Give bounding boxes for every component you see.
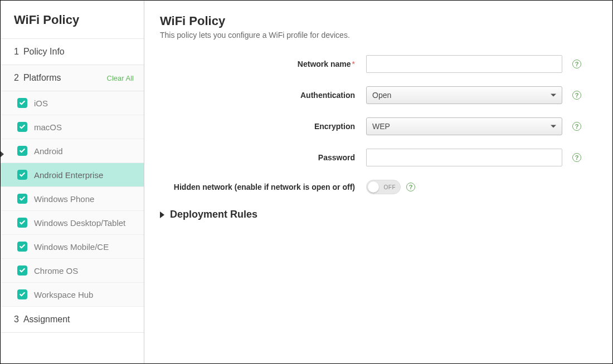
platform-label: Chrome OS <box>34 266 78 276</box>
checkbox-checked-icon[interactable] <box>17 170 27 180</box>
checkbox-checked-icon[interactable] <box>17 98 27 108</box>
platform-label: Windows Desktop/Tablet <box>34 218 125 228</box>
label-hidden-network: Hidden network (enable if network is ope… <box>160 183 366 191</box>
page-title: WiFi Policy <box>160 14 597 28</box>
form-row-authentication: Authentication Open ? <box>160 86 597 104</box>
platform-label: Windows Mobile/CE <box>34 242 109 252</box>
select-value: Open <box>372 91 391 100</box>
checkbox-checked-icon[interactable] <box>17 194 27 204</box>
platform-label: Windows Phone <box>34 194 94 204</box>
toggle-knob-icon <box>368 181 379 193</box>
platform-item-android-enterprise[interactable]: Android Enterprise <box>1 163 144 187</box>
step-number: 3 <box>14 314 19 324</box>
main-content: WiFi Policy This policy lets you configu… <box>144 1 612 363</box>
required-asterisk-icon: * <box>352 60 355 68</box>
label-password: Password <box>160 153 366 162</box>
authentication-select[interactable]: Open <box>366 86 562 104</box>
label-authentication: Authentication <box>160 91 366 100</box>
checkbox-checked-icon[interactable] <box>17 122 27 132</box>
toggle-state-label: OFF <box>384 184 396 190</box>
sidebar-scroll-area[interactable]: 1 Policy Info 2 Platforms Clear All iOS … <box>1 39 144 363</box>
platform-item-ios[interactable]: iOS <box>1 91 144 115</box>
platform-item-workspace-hub[interactable]: Workspace Hub <box>1 283 144 307</box>
platform-label: Android Enterprise <box>34 170 103 180</box>
caret-down-icon <box>551 125 556 128</box>
form-row-hidden-network: Hidden network (enable if network is ope… <box>160 180 597 194</box>
checkbox-checked-icon[interactable] <box>17 289 27 299</box>
network-name-input[interactable] <box>366 55 562 73</box>
caret-down-icon <box>551 94 556 97</box>
sidebar: WiFi Policy 1 Policy Info 2 Platforms Cl… <box>1 1 144 363</box>
select-value: WEP <box>372 122 390 131</box>
clear-all-link[interactable]: Clear All <box>107 74 134 82</box>
checkbox-checked-icon[interactable] <box>17 265 27 276</box>
step-assignment[interactable]: 3 Assignment <box>1 307 144 333</box>
platform-item-chrome-os[interactable]: Chrome OS <box>1 259 144 283</box>
form-row-password: Password ? <box>160 149 597 166</box>
platform-label: Workspace Hub <box>34 290 93 299</box>
deployment-rules-toggle[interactable]: Deployment Rules <box>160 209 597 220</box>
platform-label: macOS <box>34 122 62 132</box>
selected-row-indicator-icon <box>0 151 4 158</box>
platform-item-windows-desktop-tablet[interactable]: Windows Desktop/Tablet <box>1 211 144 235</box>
help-icon[interactable]: ? <box>406 183 415 191</box>
app-frame: WiFi Policy 1 Policy Info 2 Platforms Cl… <box>0 0 613 364</box>
help-icon[interactable]: ? <box>572 153 581 162</box>
step-label: Policy Info <box>23 47 65 57</box>
help-icon[interactable]: ? <box>572 60 581 68</box>
form-row-encryption: Encryption WEP ? <box>160 117 597 135</box>
step-label: Assignment <box>23 314 70 324</box>
password-input[interactable] <box>366 149 562 166</box>
platform-item-windows-mobile-ce[interactable]: Windows Mobile/CE <box>1 235 144 259</box>
platform-item-windows-phone[interactable]: Windows Phone <box>1 187 144 211</box>
step-policy-info[interactable]: 1 Policy Info <box>1 39 144 65</box>
checkbox-checked-icon[interactable] <box>17 146 27 156</box>
help-icon[interactable]: ? <box>572 91 581 100</box>
step-number: 2 <box>14 73 19 83</box>
disclosure-right-icon <box>160 211 164 218</box>
platform-label: iOS <box>34 99 48 108</box>
platform-item-macos[interactable]: macOS <box>1 115 144 139</box>
label-text: Network name <box>298 60 351 68</box>
hidden-network-toggle[interactable]: OFF <box>366 180 401 194</box>
platform-item-android[interactable]: Android <box>1 139 144 163</box>
step-label: Platforms <box>23 73 61 83</box>
help-icon[interactable]: ? <box>572 122 581 131</box>
encryption-select[interactable]: WEP <box>366 117 562 135</box>
section-title: Deployment Rules <box>170 209 257 220</box>
label-encryption: Encryption <box>160 122 366 131</box>
platform-label: Android <box>34 146 63 156</box>
checkbox-checked-icon[interactable] <box>17 218 27 228</box>
step-number: 1 <box>14 47 19 57</box>
label-network-name: Network name* <box>160 60 366 68</box>
sidebar-title: WiFi Policy <box>1 1 144 39</box>
form-row-network-name: Network name* ? <box>160 55 597 73</box>
checkbox-checked-icon[interactable] <box>17 242 27 252</box>
step-platforms[interactable]: 2 Platforms Clear All <box>1 65 144 91</box>
page-subtitle: This policy lets you configure a WiFi pr… <box>160 31 597 40</box>
